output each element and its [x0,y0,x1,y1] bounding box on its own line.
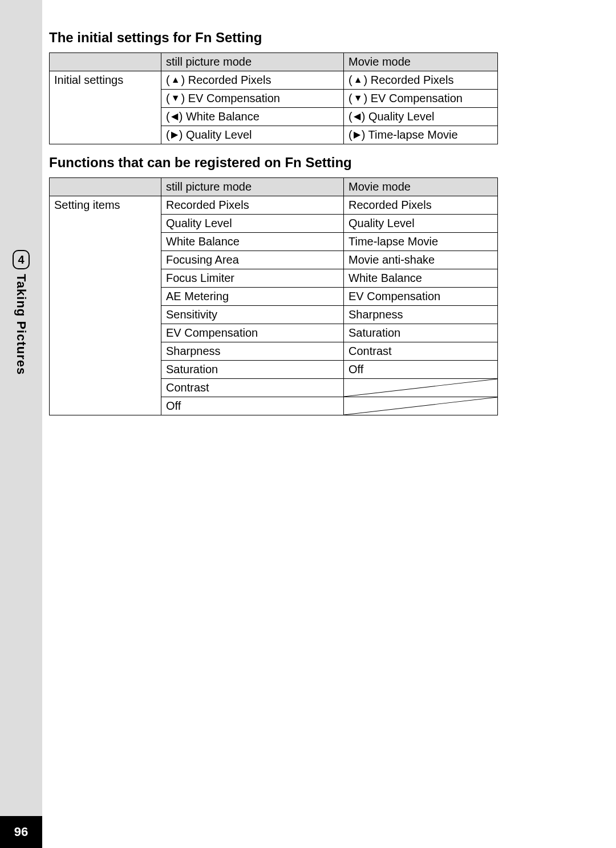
table-cell: (▼) EV Compensation [344,90,498,108]
table-header-still: still picture mode [161,178,344,196]
section-heading-registrable-functions: Functions that can be registered on Fn S… [49,155,540,171]
table-cell: Quality Level [344,215,498,233]
table-rowlabel-setting-items: Setting items [50,196,161,415]
empty-cell-slash-icon [344,379,498,397]
table-cell: (▶) Quality Level [161,126,344,144]
table-registrable-functions: still picture mode Movie mode Setting it… [49,177,498,415]
table-cell: Quality Level [161,215,344,233]
table-row: still picture mode Movie mode [50,53,498,71]
cell-text: Recorded Pixels [188,74,271,86]
table-cell: (▲) Recorded Pixels [161,71,344,90]
chapter-title: Taking Pictures [14,274,29,375]
cell-text: White Balance [186,110,260,123]
table-cell: EV Compensation [161,324,344,342]
table-cell: Off [344,361,498,379]
table-header-blank [50,178,161,196]
table-rowlabel-initial: Initial settings [50,71,161,144]
table-header-movie: Movie mode [344,53,498,71]
table-cell: (◀) Quality Level [344,108,498,126]
table-cell: (▲) Recorded Pixels [344,71,498,90]
arrow-down-icon: ▼ [354,94,363,103]
chapter-number: 4 [18,253,24,266]
table-cell: Movie anti-shake [344,251,498,269]
table-cell: Saturation [344,324,498,342]
table-header-still: still picture mode [161,53,344,71]
table-initial-settings: still picture mode Movie mode Initial se… [49,53,498,144]
manual-page: 96 4 Taking Pictures The initial setting… [0,0,616,848]
table-cell: Sensitivity [161,306,344,324]
cell-text: EV Compensation [371,92,463,104]
arrow-down-icon: ▼ [171,94,180,103]
page-content: The initial settings for Fn Setting stil… [49,30,540,415]
arrow-left-icon: ◀ [171,112,178,121]
page-number: 96 [14,825,28,839]
cell-text: Quality Level [186,128,252,141]
table-cell: Sharpness [344,306,498,324]
table-cell: Recorded Pixels [161,196,344,215]
table-cell: EV Compensation [344,288,498,306]
chapter-number-bubble: 4 [13,250,30,269]
table-cell: Sharpness [161,342,344,361]
table-header-blank [50,53,161,71]
table-cell: Time-lapse Movie [344,233,498,251]
table-cell: White Balance [344,269,498,288]
arrow-left-icon: ◀ [354,112,360,121]
table-cell: White Balance [161,233,344,251]
section-heading-initial-settings: The initial settings for Fn Setting [49,30,540,46]
cell-text: Recorded Pixels [371,74,454,86]
table-cell: Off [161,397,344,415]
table-row: Setting items Recorded Pixels Recorded P… [50,196,498,215]
cell-text: EV Compensation [188,92,280,104]
table-cell: (◀) White Balance [161,108,344,126]
table-cell: Focus Limiter [161,269,344,288]
cell-text: Quality Level [368,110,435,123]
empty-cell-slash-icon [344,397,498,415]
page-number-block: 96 [0,816,42,848]
table-cell: Focusing Area [161,251,344,269]
table-row: still picture mode Movie mode [50,178,498,196]
arrow-right-icon: ▶ [354,130,360,139]
table-header-movie: Movie mode [344,178,498,196]
table-cell: Contrast [344,342,498,361]
table-cell: Saturation [161,361,344,379]
table-cell: Recorded Pixels [344,196,498,215]
table-row: Initial settings (▲) Recorded Pixels (▲)… [50,71,498,90]
table-cell: (▼) EV Compensation [161,90,344,108]
table-cell: (▶) Time-lapse Movie [344,126,498,144]
arrow-right-icon: ▶ [171,130,178,139]
left-gutter [0,0,42,848]
arrow-up-icon: ▲ [354,75,363,84]
svg-line-1 [344,397,497,415]
cell-text: Time-lapse Movie [368,128,458,141]
svg-line-0 [344,379,497,397]
arrow-up-icon: ▲ [171,75,180,84]
chapter-side-tab: 4 Taking Pictures [13,250,30,375]
table-cell: AE Metering [161,288,344,306]
table-cell: Contrast [161,379,344,397]
